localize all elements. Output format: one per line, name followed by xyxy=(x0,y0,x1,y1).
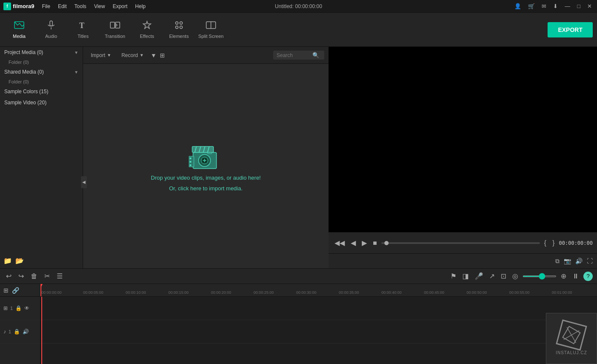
media-toolbar: Import ▼ Record ▼ ▼ ⊞ 🔍 xyxy=(83,47,329,64)
cut-button[interactable]: ✂ xyxy=(43,271,52,281)
panel-sample-colors[interactable]: Sample Colors (15) xyxy=(0,86,83,97)
record-button[interactable]: Record ▼ xyxy=(118,51,147,60)
redo-button[interactable]: ↪ xyxy=(17,271,26,281)
video-track-row xyxy=(40,297,597,320)
svg-point-7 xyxy=(176,22,178,24)
left-panel: Project Media (0) ▼ Folder (0) Shared Me… xyxy=(0,47,83,268)
tool-effects[interactable]: Effects xyxy=(132,16,162,43)
delete-button[interactable]: 🗑 xyxy=(29,272,39,281)
link-icon[interactable]: 🔗 xyxy=(12,287,19,294)
add-track-icon[interactable]: ⊞ xyxy=(3,287,9,294)
playhead-track-line xyxy=(41,297,42,364)
timeline-pause-icon[interactable]: ⏸ xyxy=(571,272,581,281)
timeline-tracks-right xyxy=(40,297,597,364)
zoom-fit-icon[interactable]: ⊕ xyxy=(559,271,568,281)
drop-text-main: Drop your video clips, images, or audio … xyxy=(151,175,261,181)
splitscreen-icon xyxy=(206,20,216,32)
menu-export[interactable]: Export xyxy=(109,3,131,10)
ruler-mark-10: 00:00:50:00 xyxy=(467,290,487,295)
ad-banner[interactable]: INSTALUJ.CZ xyxy=(546,313,597,364)
minimize-button[interactable]: — xyxy=(563,2,572,10)
panel-shared-media[interactable]: Shared Media (0) ▼ xyxy=(0,66,83,77)
toolbar: Media Audio T Titles Transition Effects … xyxy=(0,13,597,47)
mail-icon[interactable]: ✉ xyxy=(540,2,548,10)
audio-volume-icon[interactable]: 🔊 xyxy=(23,329,29,335)
progress-knob[interactable] xyxy=(384,241,389,245)
panel-shared-folder-0[interactable]: Folder (0) xyxy=(0,77,83,86)
clapperboard-icon xyxy=(189,140,223,170)
user-icon[interactable]: 👤 xyxy=(513,2,523,10)
volume-icon[interactable]: 🔊 xyxy=(575,258,583,264)
bracket-left[interactable]: { xyxy=(542,238,548,248)
timeline-area: ↩ ↪ 🗑 ✂ ☰ ⚑ ◨ 🎤 ↗ ⊡ ◎ ⊕ ⏸ ? ⊞ 🔗 xyxy=(0,268,597,364)
drop-zone[interactable]: Drop your video clips, images, or audio … xyxy=(83,64,329,268)
grid-icon[interactable]: ⊞ xyxy=(160,52,165,59)
bracket-right[interactable]: } xyxy=(551,238,556,248)
preview-area: ◀◀ ◀ ▶ ■ { } 00:00:00:00 ⧉ 📷 🔊 ⛶ xyxy=(329,47,597,268)
menu-bar: File Edit Tools View Export Help xyxy=(39,3,149,10)
preview-skip-back-button[interactable]: ◀◀ xyxy=(333,238,346,248)
title-center: Untitled: 00:00:00:00 xyxy=(275,3,322,9)
menu-edit[interactable]: Edit xyxy=(55,3,70,10)
tool-titles-label: Titles xyxy=(78,34,89,39)
menu-tools[interactable]: Tools xyxy=(71,3,90,10)
snapshot-icon[interactable]: 📷 xyxy=(564,258,571,264)
adjust-button[interactable]: ☰ xyxy=(55,271,64,281)
time-display: 00:00:00:00 xyxy=(559,240,593,246)
picture-in-picture-icon[interactable]: ⊡ xyxy=(499,271,508,281)
menu-help[interactable]: Help xyxy=(132,3,149,10)
help-icon[interactable]: ? xyxy=(583,272,593,281)
menu-file[interactable]: File xyxy=(39,3,54,10)
panel-project-media[interactable]: Project Media (0) ▼ xyxy=(0,47,83,58)
preview-stop-button[interactable]: ■ xyxy=(371,238,379,248)
bookmark-icon[interactable]: ◨ xyxy=(461,271,470,281)
eye-icon[interactable]: 👁 xyxy=(24,305,29,311)
zoom-slider[interactable] xyxy=(522,275,557,277)
timeline-playhead[interactable] xyxy=(40,284,41,296)
ruler-mark-4: 00:00:20:00 xyxy=(211,290,231,295)
undo-button[interactable]: ↩ xyxy=(4,271,13,281)
tool-splitscreen[interactable]: Split Screen xyxy=(196,16,226,43)
tool-audio[interactable]: Audio xyxy=(36,16,66,43)
color-grade-icon[interactable]: ◎ xyxy=(510,271,520,281)
svg-rect-26 xyxy=(190,161,191,163)
panel-folder-0[interactable]: Folder (0) xyxy=(0,58,83,66)
main-area: Project Media (0) ▼ Folder (0) Shared Me… xyxy=(0,47,597,268)
preview-step-back-button[interactable]: ◀ xyxy=(349,238,358,248)
lock-icon[interactable]: 🔒 xyxy=(15,305,22,311)
menu-view[interactable]: View xyxy=(91,3,109,10)
close-button[interactable]: ✕ xyxy=(585,2,594,10)
preview-play-button[interactable]: ▶ xyxy=(360,238,369,248)
search-box[interactable]: 🔍 xyxy=(273,51,324,60)
add-folder-icon[interactable]: 📁 xyxy=(3,257,12,265)
fullscreen-icon[interactable]: ⛶ xyxy=(587,258,593,264)
audio-track-label: ♪ 1 🔒 🔊 xyxy=(0,320,40,344)
export-button[interactable]: EXPORT xyxy=(548,22,593,37)
maximize-button[interactable]: □ xyxy=(575,2,582,10)
search-input[interactable] xyxy=(277,52,311,58)
add-media-icon[interactable]: 📂 xyxy=(15,257,24,265)
tool-media[interactable]: Media xyxy=(4,16,34,43)
record-dropdown-icon: ▼ xyxy=(140,53,144,57)
tool-transition[interactable]: Transition xyxy=(100,16,130,43)
preview-screen xyxy=(329,47,597,232)
panel-sample-video[interactable]: Sample Video (20) xyxy=(0,97,83,108)
audio-lock-icon[interactable]: 🔒 xyxy=(14,329,20,335)
import-button[interactable]: Import ▼ xyxy=(87,51,115,60)
detach-audio-icon[interactable]: ↗ xyxy=(487,271,496,281)
filter-icon[interactable]: ▼ xyxy=(151,52,157,59)
svg-point-8 xyxy=(180,22,182,24)
preview-tools: ⧉ 📷 🔊 ⛶ xyxy=(329,253,597,268)
mic-icon[interactable]: 🎤 xyxy=(473,271,485,281)
svg-rect-5 xyxy=(115,22,120,28)
ruler-mark-11: 00:00:55:00 xyxy=(509,290,530,295)
flag-icon[interactable]: ⚑ xyxy=(449,271,458,281)
tool-elements[interactable]: Elements xyxy=(164,16,194,43)
tool-titles[interactable]: T Titles xyxy=(68,16,98,43)
panel-collapse-button[interactable]: ◀ xyxy=(81,176,87,188)
download-icon[interactable]: ⬇ xyxy=(551,2,560,10)
ruler-mark-0: 00:00:00:00 xyxy=(41,290,62,295)
progress-bar[interactable] xyxy=(381,242,540,244)
cart-icon[interactable]: 🛒 xyxy=(526,2,536,10)
pip-icon[interactable]: ⧉ xyxy=(555,258,560,265)
